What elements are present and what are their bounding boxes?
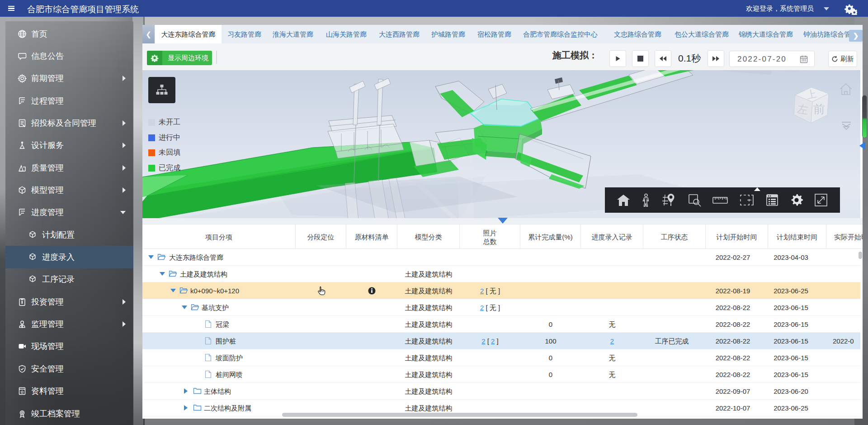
- svg-text:左: 左: [797, 103, 809, 116]
- svg-text:前: 前: [813, 102, 825, 116]
